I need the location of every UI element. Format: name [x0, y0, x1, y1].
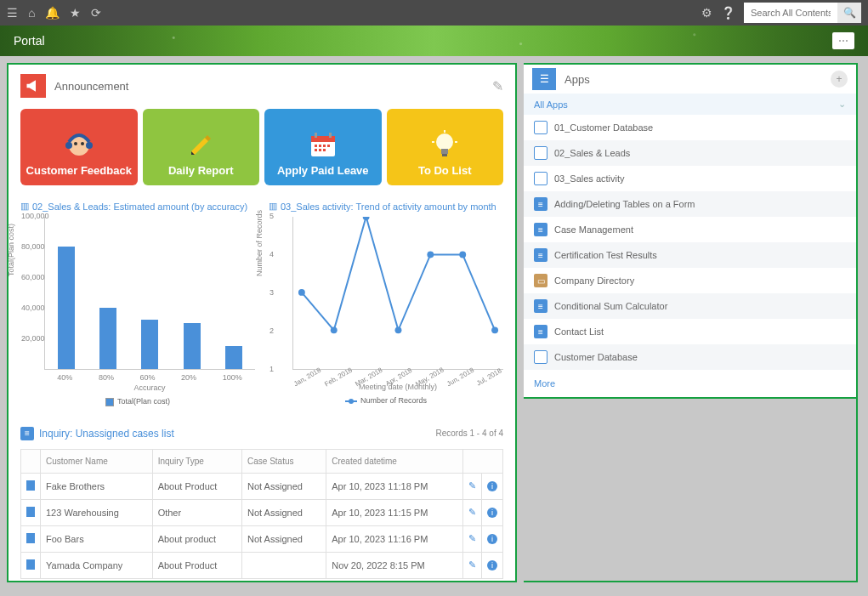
tile-daily-report[interactable]: Daily Report: [143, 109, 260, 185]
chart-sales-activity: ▥03_Sales activity: Trend of activity am…: [269, 201, 503, 406]
tile-customer-feedback[interactable]: Customer Feedback: [20, 109, 138, 185]
star-icon[interactable]: ★: [70, 6, 81, 20]
edit-icon[interactable]: ✎: [492, 78, 503, 94]
svg-point-25: [395, 326, 402, 333]
apps-title: Apps: [564, 73, 590, 86]
header-more-button[interactable]: ⋯: [832, 32, 854, 49]
tile-apply-paid-leave[interactable]: Apply Paid Leave: [264, 109, 382, 185]
svg-point-26: [427, 252, 434, 258]
pencil-icon: [186, 127, 215, 164]
column-header: Customer Name: [41, 449, 153, 473]
app-icon: ▤: [534, 350, 547, 364]
app-icon: ▤: [534, 146, 547, 160]
doc-icon: [26, 533, 35, 543]
svg-rect-15: [323, 149, 326, 151]
chart-icon: ▥: [20, 201, 29, 212]
app-item[interactable]: ▭Company Directory: [524, 268, 856, 293]
app-label: Case Management: [554, 224, 633, 235]
app-item[interactable]: ≡Case Management: [524, 217, 856, 242]
app-label: Contact List: [554, 326, 604, 337]
add-app-button[interactable]: +: [831, 71, 848, 88]
refresh-icon[interactable]: ⟳: [91, 6, 101, 20]
app-label: 03_Sales activity: [554, 173, 625, 184]
cell-customer: Fake Brothers: [41, 473, 153, 499]
app-label: Adding/Deleting Tables on a Form: [554, 199, 695, 209]
chart-title: 02_Sales & Leads: Estimated amount (by a…: [32, 202, 247, 212]
info-icon[interactable]: i: [487, 508, 497, 518]
edit-row-icon[interactable]: ✎: [468, 507, 476, 517]
inquiry-title: Inquiry: Unassigned cases list: [39, 428, 174, 440]
svg-rect-13: [315, 149, 317, 151]
doc-icon: [26, 480, 35, 491]
edit-row-icon[interactable]: ✎: [468, 559, 476, 570]
cell-customer: 123 Warehousing: [41, 499, 153, 525]
cell-customer: Yamada Company: [41, 552, 153, 578]
app-item[interactable]: ≡Adding/Deleting Tables on a Form: [524, 191, 856, 217]
apps-filter[interactable]: All Apps ⌄: [524, 94, 856, 115]
info-icon[interactable]: i: [487, 534, 497, 544]
svg-point-28: [491, 326, 498, 333]
tile-label: Customer Feedback: [26, 164, 132, 177]
app-item[interactable]: ≡Contact List: [524, 319, 856, 344]
search-box: 🔍: [744, 3, 861, 23]
cell-status: Not Assigned: [242, 473, 326, 499]
search-button[interactable]: 🔍: [837, 3, 861, 23]
chevron-down-icon: ⌄: [838, 99, 846, 110]
menu-icon[interactable]: ☰: [7, 6, 18, 20]
info-icon[interactable]: i: [487, 560, 497, 570]
calendar-icon: [308, 127, 338, 164]
edit-row-icon[interactable]: ✎: [468, 533, 476, 543]
app-label: 01_Customer Database: [554, 122, 653, 133]
cell-status: [242, 552, 326, 578]
bell-icon[interactable]: 🔔: [45, 6, 60, 20]
app-item[interactable]: ▤02_Sales & Leads: [524, 140, 856, 166]
cell-type: About Product: [152, 552, 241, 578]
edit-row-icon[interactable]: ✎: [468, 480, 476, 491]
home-icon[interactable]: ⌂: [28, 6, 35, 20]
svg-point-24: [363, 217, 370, 220]
cell-datetime: Nov 20, 2022 8:15 PM: [326, 552, 463, 578]
svg-rect-18: [442, 154, 447, 156]
column-header: Inquiry Type: [152, 449, 241, 473]
announcement-header: Announcement ✎: [20, 71, 503, 100]
app-item[interactable]: ▤03_Sales activity: [524, 166, 856, 191]
tile-label: Apply Paid Leave: [277, 164, 369, 177]
cell-datetime: Apr 10, 2023 11:16 PM: [326, 525, 463, 552]
app-icon: ≡: [534, 299, 547, 313]
page-title: Portal: [14, 34, 45, 48]
bar: [58, 247, 75, 369]
legend-label: Number of Records: [360, 396, 427, 405]
cell-type: Other: [152, 499, 241, 525]
table-row: Fake BrothersAbout ProductNot AssignedAp…: [21, 473, 503, 499]
help-icon[interactable]: ❔: [721, 6, 735, 20]
app-item[interactable]: ≡Certification Test Results: [524, 242, 856, 268]
inquiry-table: Customer NameInquiry TypeCase StatusCrea…: [20, 449, 503, 579]
app-item[interactable]: ▤Customer Database: [524, 344, 856, 370]
lightbulb-icon: [432, 127, 457, 164]
app-icon: ≡: [534, 223, 547, 236]
table-row: Foo BarsAbout productNot AssignedApr 10,…: [21, 525, 503, 552]
svg-point-16: [436, 133, 453, 150]
table-row: Yamada CompanyAbout ProductNov 20, 2022 …: [21, 552, 503, 578]
svg-point-22: [298, 289, 305, 296]
app-item[interactable]: ▤01_Customer Database: [524, 115, 856, 140]
svg-rect-9: [315, 145, 317, 147]
apps-more-link[interactable]: More: [524, 370, 856, 397]
svg-rect-11: [323, 145, 326, 147]
app-icon: ▤: [534, 172, 547, 185]
topbar: ☰ ⌂ 🔔 ★ ⟳ ⚙ ❔ 🔍: [0, 0, 868, 26]
svg-rect-17: [441, 149, 448, 154]
info-icon[interactable]: i: [487, 481, 497, 491]
doc-icon: [26, 507, 35, 517]
bar: [141, 320, 158, 369]
filter-label: All Apps: [534, 99, 568, 110]
search-input[interactable]: [744, 3, 837, 23]
gear-icon[interactable]: ⚙: [701, 6, 712, 20]
svg-point-3: [65, 142, 72, 149]
svg-rect-8: [329, 133, 332, 138]
svg-point-23: [331, 326, 338, 333]
apps-icon: ☰: [532, 68, 556, 90]
tile-to-do-list[interactable]: To Do List: [387, 109, 504, 185]
app-icon: ≡: [534, 197, 547, 211]
app-item[interactable]: ≡Conditional Sum Calculator: [524, 293, 856, 319]
